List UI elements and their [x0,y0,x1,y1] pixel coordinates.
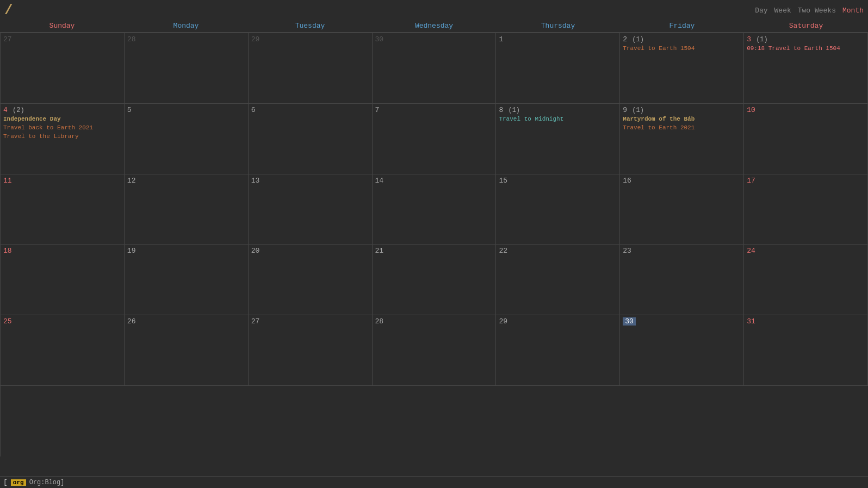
cal-cell-10[interactable]: 10 [744,104,868,174]
day-number: 29 [499,317,507,326]
today-highlight: 30 [623,317,636,326]
cal-cell-29[interactable]: 29 [496,315,620,386]
cal-cell-6[interactable]: 6 [249,104,373,174]
cal-cell-7[interactable]: 7 [373,104,497,174]
event-item[interactable]: Travel to the Library [3,133,121,140]
cal-cell-13[interactable]: 13 [249,174,373,245]
day-number: 22 [499,247,507,255]
cal-cell-4[interactable]: 4 (2)Independence DayTravel back to Eart… [1,104,125,174]
day-number: 30 [375,35,384,43]
cal-cell-11[interactable]: 11 [1,174,125,245]
event-item[interactable]: Travel back to Earth 2021 [3,124,121,132]
day-number: 15 [499,177,507,185]
cal-cell-26[interactable]: 26 [125,315,249,386]
day-header-saturday: Saturday [744,20,868,32]
cal-cell-28[interactable]: 28 [373,315,497,386]
event-count: (1) [628,36,644,43]
cal-cell-18[interactable]: 18 [1,245,125,315]
day-number: 4 [3,106,8,114]
day-number: 17 [747,177,755,185]
day-number: 31 [747,317,755,326]
day-number: 29 [251,35,260,43]
day-header-wednesday: Wednesday [372,20,496,32]
cal-cell-5[interactable]: 5 [125,104,249,174]
day-header-tuesday: Tuesday [248,20,372,32]
cal-cell-22[interactable]: 22 [496,245,620,315]
day-header-sunday: Sunday [0,20,124,32]
cal-cell-27[interactable]: 27 [249,315,373,386]
day-number: 27 [3,35,12,43]
event-item[interactable]: Travel to Midnight [499,115,617,123]
day-number: 24 [747,247,755,255]
view-day-button[interactable]: Day [755,7,767,15]
page-title: / [4,2,13,18]
view-month-button[interactable]: Month [842,7,864,15]
cal-cell-12[interactable]: 12 [125,174,249,245]
day-headers-row: Sunday Monday Tuesday Wednesday Thursday… [0,20,868,33]
day-number: 25 [3,317,12,326]
day-number: 18 [3,247,12,255]
day-number: 28 [375,317,384,326]
event-count: (2) [9,107,24,114]
day-number: 19 [127,247,136,255]
day-number: 6 [251,106,256,114]
cal-cell-25[interactable]: 25 [1,315,125,386]
day-number: 3 [747,35,751,43]
day-number: 23 [623,247,631,255]
event-item[interactable]: Travel to Earth 2021 [623,124,741,132]
day-header-thursday: Thursday [496,20,620,32]
day-number: 16 [623,177,631,185]
day-number: 21 [375,247,384,255]
day-header-monday: Monday [124,20,248,32]
statusbar-bracket-open: [ [3,478,8,486]
statusbar-tag: org [11,479,26,486]
cal-cell-24[interactable]: 24 [744,245,868,315]
cal-cell-prev-27[interactable]: 27 [1,33,125,104]
day-number: 14 [375,177,384,185]
cal-cell-15[interactable]: 15 [496,174,620,245]
day-number: 7 [375,106,380,114]
view-two-weeks-button[interactable]: Two Weeks [798,7,836,15]
day-number: 11 [3,177,12,185]
cal-cell-prev-29[interactable]: 29 [249,33,373,104]
cal-cell-20[interactable]: 20 [249,245,373,315]
cal-cell-prev-28[interactable]: 28 [125,33,249,104]
day-number: 26 [127,317,136,326]
cal-cell-23[interactable]: 23 [620,245,744,315]
event-item[interactable]: Martyrdom of the Báb [623,115,741,123]
event-count: (1) [628,107,644,114]
cal-cell-17[interactable]: 17 [744,174,868,245]
event-item[interactable]: Travel to Earth 1504 [623,45,741,52]
cal-cell-16[interactable]: 16 [620,174,744,245]
day-number: 12 [127,177,136,185]
day-number: 30 [623,317,636,326]
calendar-grid: 2728293012 (1)Travel to Earth 15043 (1)0… [0,33,868,456]
cal-cell-3[interactable]: 3 (1)09:18 Travel to Earth 1504 [744,33,868,104]
statusbar-label: Org:Blog] [29,479,65,486]
cal-cell-8[interactable]: 8 (1)Travel to Midnight [496,104,620,174]
cal-cell-2[interactable]: 2 (1)Travel to Earth 1504 [620,33,744,104]
day-number: 20 [251,247,260,255]
day-number: 27 [251,317,260,326]
cal-cell-prev-30[interactable]: 30 [373,33,497,104]
cal-cell-1[interactable]: 1 [496,33,620,104]
event-item[interactable]: Independence Day [3,115,121,123]
cal-cell-14[interactable]: 14 [373,174,497,245]
day-header-friday: Friday [620,20,744,32]
cal-cell-30[interactable]: 30 [620,315,744,386]
day-number: 8 [499,106,503,114]
day-number: 13 [251,177,260,185]
cal-cell-21[interactable]: 21 [373,245,497,315]
day-number: 2 [623,35,627,43]
day-number: 1 [499,35,503,43]
event-count: (1) [752,36,768,43]
day-number: 5 [127,106,132,114]
cal-cell-31[interactable]: 31 [744,315,868,386]
status-bar: [ org Org:Blog] [0,476,868,488]
event-item[interactable]: 09:18 Travel to Earth 1504 [747,45,865,52]
cal-cell-9[interactable]: 9 (1)Martyrdom of the BábTravel to Earth… [620,104,744,174]
view-week-button[interactable]: Week [774,7,791,15]
day-number: 28 [127,35,136,43]
header: / Day Week Two Weeks Month [0,0,868,20]
cal-cell-19[interactable]: 19 [125,245,249,315]
